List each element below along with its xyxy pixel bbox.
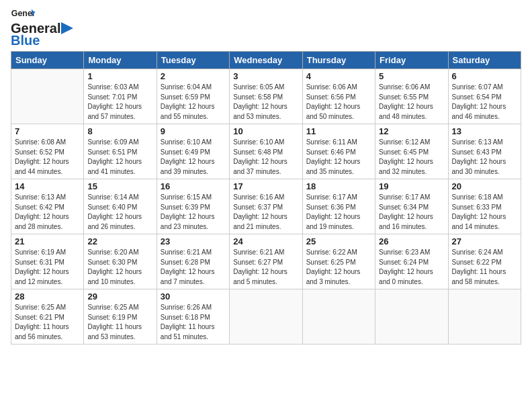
calendar-cell: 26Sunrise: 6:23 AM Sunset: 6:24 PM Dayli… [375, 234, 448, 289]
weekday-thursday: Thursday [302, 52, 375, 69]
day-detail: Sunrise: 6:21 AM Sunset: 6:28 PM Dayligh… [161, 248, 226, 287]
page: General General Blue SundayMondayTuesday… [0, 0, 532, 411]
day-detail: Sunrise: 6:13 AM Sunset: 6:43 PM Dayligh… [452, 138, 517, 177]
day-detail: Sunrise: 6:08 AM Sunset: 6:52 PM Dayligh… [15, 138, 80, 177]
calendar-cell: 24Sunrise: 6:21 AM Sunset: 6:27 PM Dayli… [230, 234, 302, 289]
calendar-cell: 13Sunrise: 6:13 AM Sunset: 6:43 PM Dayli… [448, 124, 521, 179]
weekday-friday: Friday [375, 52, 448, 69]
calendar-cell: 21Sunrise: 6:19 AM Sunset: 6:31 PM Dayli… [11, 234, 84, 289]
day-detail: Sunrise: 6:19 AM Sunset: 6:31 PM Dayligh… [15, 248, 80, 287]
weekday-sunday: Sunday [11, 52, 84, 69]
calendar-cell: 18Sunrise: 6:17 AM Sunset: 6:36 PM Dayli… [302, 179, 375, 234]
day-detail: Sunrise: 6:20 AM Sunset: 6:30 PM Dayligh… [87, 248, 152, 287]
day-number: 25 [306, 236, 371, 246]
calendar-cell [230, 289, 302, 345]
week-row-4: 21Sunrise: 6:19 AM Sunset: 6:31 PM Dayli… [11, 234, 521, 289]
calendar-cell: 10Sunrise: 6:10 AM Sunset: 6:48 PM Dayli… [230, 124, 302, 179]
day-detail: Sunrise: 6:10 AM Sunset: 6:48 PM Dayligh… [233, 138, 298, 177]
calendar-cell: 19Sunrise: 6:17 AM Sunset: 6:34 PM Dayli… [375, 179, 448, 234]
calendar-cell: 3Sunrise: 6:05 AM Sunset: 6:58 PM Daylig… [230, 69, 302, 124]
weekday-saturday: Saturday [448, 52, 521, 69]
day-number: 21 [15, 236, 80, 246]
calendar-cell: 12Sunrise: 6:12 AM Sunset: 6:45 PM Dayli… [375, 124, 448, 179]
day-detail: Sunrise: 6:18 AM Sunset: 6:33 PM Dayligh… [452, 193, 517, 232]
calendar-cell: 27Sunrise: 6:24 AM Sunset: 6:22 PM Dayli… [448, 234, 521, 289]
calendar-cell: 14Sunrise: 6:13 AM Sunset: 6:42 PM Dayli… [11, 179, 84, 234]
calendar-cell: 28Sunrise: 6:25 AM Sunset: 6:21 PM Dayli… [11, 289, 84, 345]
calendar-cell: 30Sunrise: 6:26 AM Sunset: 6:18 PM Dayli… [157, 289, 229, 345]
week-row-1: 1Sunrise: 6:03 AM Sunset: 7:01 PM Daylig… [11, 69, 521, 124]
calendar-cell [11, 69, 84, 124]
weekday-wednesday: Wednesday [230, 52, 302, 69]
day-detail: Sunrise: 6:05 AM Sunset: 6:58 PM Dayligh… [233, 83, 298, 122]
calendar-cell: 5Sunrise: 6:06 AM Sunset: 6:55 PM Daylig… [375, 69, 448, 124]
day-detail: Sunrise: 6:11 AM Sunset: 6:46 PM Dayligh… [306, 138, 371, 177]
day-number: 1 [87, 71, 152, 81]
day-number: 29 [87, 291, 152, 302]
weekday-monday: Monday [84, 52, 157, 69]
calendar-cell [375, 289, 448, 345]
day-number: 20 [452, 181, 517, 191]
day-number: 18 [306, 181, 371, 191]
calendar-cell: 6Sunrise: 6:07 AM Sunset: 6:54 PM Daylig… [448, 69, 521, 124]
day-number: 9 [161, 126, 226, 136]
day-number: 2 [161, 71, 226, 81]
logo: General General Blue [11, 8, 76, 47]
svg-text:General: General [11, 9, 35, 18]
day-number: 19 [379, 181, 444, 191]
day-number: 28 [15, 291, 80, 302]
calendar-cell [302, 289, 375, 345]
day-number: 15 [87, 181, 152, 191]
day-number: 4 [306, 71, 371, 81]
header: General General Blue [11, 8, 521, 47]
day-number: 30 [161, 291, 226, 302]
day-detail: Sunrise: 6:21 AM Sunset: 6:27 PM Dayligh… [233, 248, 298, 287]
calendar-cell: 7Sunrise: 6:08 AM Sunset: 6:52 PM Daylig… [11, 124, 84, 179]
week-row-5: 28Sunrise: 6:25 AM Sunset: 6:21 PM Dayli… [11, 289, 521, 345]
day-detail: Sunrise: 6:13 AM Sunset: 6:42 PM Dayligh… [15, 193, 80, 232]
calendar-cell: 2Sunrise: 6:04 AM Sunset: 6:59 PM Daylig… [157, 69, 229, 124]
day-number: 3 [233, 71, 298, 81]
day-number: 17 [233, 181, 298, 191]
day-number: 26 [379, 236, 444, 246]
day-number: 14 [15, 181, 80, 191]
week-row-2: 7Sunrise: 6:08 AM Sunset: 6:52 PM Daylig… [11, 124, 521, 179]
day-detail: Sunrise: 6:06 AM Sunset: 6:56 PM Dayligh… [306, 83, 371, 122]
day-detail: Sunrise: 6:16 AM Sunset: 6:37 PM Dayligh… [233, 193, 298, 232]
day-detail: Sunrise: 6:17 AM Sunset: 6:36 PM Dayligh… [306, 193, 371, 232]
calendar-cell: 16Sunrise: 6:15 AM Sunset: 6:39 PM Dayli… [157, 179, 229, 234]
calendar-cell [448, 289, 521, 345]
day-detail: Sunrise: 6:17 AM Sunset: 6:34 PM Dayligh… [379, 193, 444, 232]
day-number: 6 [452, 71, 517, 81]
day-number: 16 [161, 181, 226, 191]
day-detail: Sunrise: 6:26 AM Sunset: 6:18 PM Dayligh… [161, 303, 226, 342]
calendar-cell: 29Sunrise: 6:25 AM Sunset: 6:19 PM Dayli… [84, 289, 157, 345]
calendar-cell: 4Sunrise: 6:06 AM Sunset: 6:56 PM Daylig… [302, 69, 375, 124]
calendar-cell: 9Sunrise: 6:10 AM Sunset: 6:49 PM Daylig… [157, 124, 229, 179]
day-detail: Sunrise: 6:23 AM Sunset: 6:24 PM Dayligh… [379, 248, 444, 287]
calendar-cell: 1Sunrise: 6:03 AM Sunset: 7:01 PM Daylig… [84, 69, 157, 124]
day-detail: Sunrise: 6:12 AM Sunset: 6:45 PM Dayligh… [379, 138, 444, 177]
day-detail: Sunrise: 6:25 AM Sunset: 6:21 PM Dayligh… [15, 303, 80, 342]
logo-blue: Blue [11, 34, 40, 47]
week-row-3: 14Sunrise: 6:13 AM Sunset: 6:42 PM Dayli… [11, 179, 521, 234]
day-detail: Sunrise: 6:06 AM Sunset: 6:55 PM Dayligh… [379, 83, 444, 122]
day-number: 10 [233, 126, 298, 136]
day-detail: Sunrise: 6:24 AM Sunset: 6:22 PM Dayligh… [452, 248, 517, 287]
calendar-cell: 17Sunrise: 6:16 AM Sunset: 6:37 PM Dayli… [230, 179, 302, 234]
calendar-cell: 15Sunrise: 6:14 AM Sunset: 6:40 PM Dayli… [84, 179, 157, 234]
day-number: 12 [379, 126, 444, 136]
calendar-cell: 11Sunrise: 6:11 AM Sunset: 6:46 PM Dayli… [302, 124, 375, 179]
day-number: 13 [452, 126, 517, 136]
day-detail: Sunrise: 6:22 AM Sunset: 6:25 PM Dayligh… [306, 248, 371, 287]
day-detail: Sunrise: 6:15 AM Sunset: 6:39 PM Dayligh… [161, 193, 226, 232]
day-number: 23 [161, 236, 226, 246]
svg-marker-2 [61, 22, 73, 34]
calendar-cell: 25Sunrise: 6:22 AM Sunset: 6:25 PM Dayli… [302, 234, 375, 289]
day-number: 5 [379, 71, 444, 81]
day-number: 24 [233, 236, 298, 246]
day-detail: Sunrise: 6:14 AM Sunset: 6:40 PM Dayligh… [87, 193, 152, 232]
day-detail: Sunrise: 6:03 AM Sunset: 7:01 PM Dayligh… [87, 83, 152, 122]
calendar-table: SundayMondayTuesdayWednesdayThursdayFrid… [11, 51, 521, 345]
day-detail: Sunrise: 6:10 AM Sunset: 6:49 PM Dayligh… [161, 138, 226, 177]
